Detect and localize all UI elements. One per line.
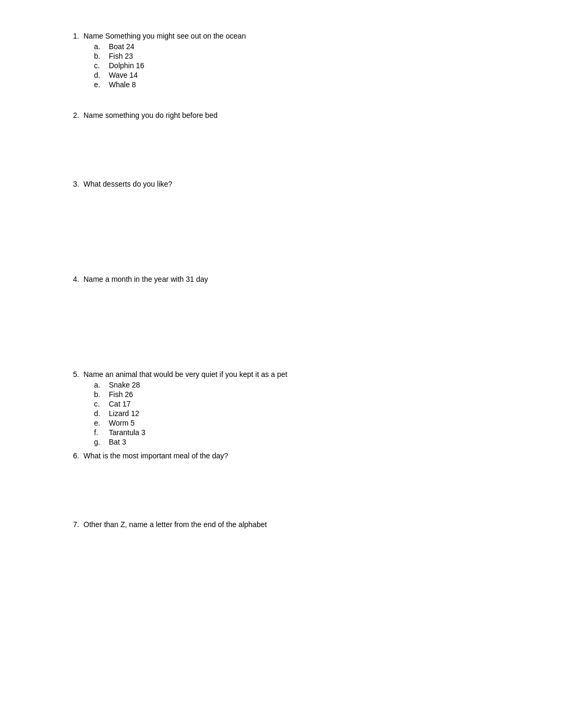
question-item: 2.Name something you do right before bed: [63, 111, 519, 122]
answer-item: c.Cat 17: [94, 400, 519, 408]
answer-item: e.Whale 8: [94, 80, 519, 89]
question-content: Name Something you might see out on the …: [83, 32, 519, 90]
answer-text: Fish 26: [109, 390, 133, 399]
answer-letter: b.: [94, 52, 105, 60]
question-text: What desserts do you like?: [83, 180, 519, 188]
question-item: 6.What is the most important meal of the…: [63, 451, 519, 462]
question-item: 5.Name an animal that would be very quie…: [63, 370, 519, 447]
question-item: 4.Name a month in the year with 31 day: [63, 275, 519, 285]
answer-letter: a.: [94, 42, 105, 51]
answer-text: Bat 3: [109, 438, 126, 446]
answer-item: b.Fish 23: [94, 52, 519, 60]
answer-item: a.Snake 28: [94, 381, 519, 389]
answer-letter: e.: [94, 419, 105, 427]
answer-item: c.Dolphin 16: [94, 61, 519, 70]
question-text: What is the most important meal of the d…: [83, 451, 519, 460]
answer-text: Boat 24: [109, 42, 134, 51]
question-content: What desserts do you like?: [83, 180, 519, 190]
question-item: 7.Other than Z, name a letter from the e…: [63, 520, 519, 531]
answer-letter: a.: [94, 381, 105, 389]
question-text: Name something you do right before bed: [83, 111, 519, 119]
question-list: 1.Name Something you might see out on th…: [63, 32, 519, 535]
question-text: Name a month in the year with 31 day: [83, 275, 519, 283]
question-number: 5.: [63, 370, 79, 379]
answer-letter: d.: [94, 409, 105, 418]
answer-letter: c.: [94, 61, 105, 70]
answer-item: g.Bat 3: [94, 438, 519, 446]
answer-text: Cat 17: [109, 400, 130, 408]
question-content: Name an animal that would be very quiet …: [83, 370, 519, 447]
question-content: Other than Z, name a letter from the end…: [83, 520, 519, 531]
question-number: 6.: [63, 451, 79, 460]
answer-item: a.Boat 24: [94, 42, 519, 51]
question-content: Name a month in the year with 31 day: [83, 275, 519, 285]
answer-text: Whale 8: [109, 80, 136, 89]
answer-text: Wave 14: [109, 71, 138, 79]
answer-item: d.Wave 14: [94, 71, 519, 79]
answer-list: a.Snake 28b.Fish 26c.Cat 17d.Lizard 12e.…: [94, 381, 519, 446]
answer-letter: b.: [94, 390, 105, 399]
answer-letter: d.: [94, 71, 105, 79]
question-text: Name Something you might see out on the …: [83, 32, 519, 40]
question-content: Name something you do right before bed: [83, 111, 519, 122]
question-item: 3.What desserts do you like?: [63, 180, 519, 190]
question-number: 1.: [63, 32, 79, 40]
question-number: 7.: [63, 520, 79, 529]
question-text: Name an animal that would be very quiet …: [83, 370, 519, 379]
answer-list: a.Boat 24b.Fish 23c.Dolphin 16d.Wave 14e…: [94, 42, 519, 89]
answer-item: f.Tarantula 3: [94, 428, 519, 437]
answer-letter: e.: [94, 80, 105, 89]
answer-item: d.Lizard 12: [94, 409, 519, 418]
answer-text: Lizard 12: [109, 409, 139, 418]
question-content: What is the most important meal of the d…: [83, 451, 519, 462]
answer-text: Tarantula 3: [109, 428, 145, 437]
question-item: 1.Name Something you might see out on th…: [63, 32, 519, 90]
answer-letter: f.: [94, 428, 105, 437]
question-number: 3.: [63, 180, 79, 188]
answer-text: Dolphin 16: [109, 61, 144, 70]
answer-text: Snake 28: [109, 381, 140, 389]
question-text: Other than Z, name a letter from the end…: [83, 520, 519, 529]
answer-item: e.Worm 5: [94, 419, 519, 427]
question-number: 4.: [63, 275, 79, 283]
answer-item: b.Fish 26: [94, 390, 519, 399]
answer-letter: g.: [94, 438, 105, 446]
answer-text: Fish 23: [109, 52, 133, 60]
answer-text: Worm 5: [109, 419, 135, 427]
question-number: 2.: [63, 111, 79, 119]
answer-letter: c.: [94, 400, 105, 408]
